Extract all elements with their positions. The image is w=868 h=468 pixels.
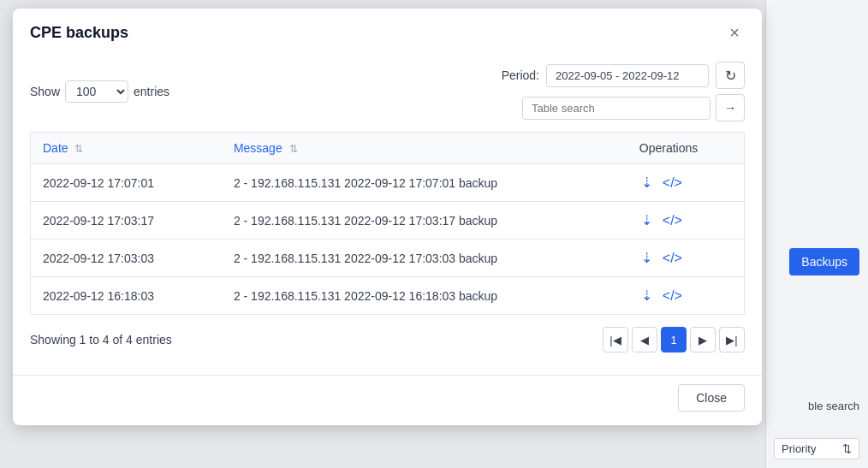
export-button[interactable]: → bbox=[716, 94, 745, 121]
cell-operations: ⇣</> bbox=[627, 164, 745, 202]
download-button[interactable]: ⇣ bbox=[639, 286, 654, 305]
code-button[interactable]: </> bbox=[661, 211, 684, 230]
modal-header: CPE backups × bbox=[13, 9, 762, 53]
cell-date: 2022-09-12 17:03:03 bbox=[31, 240, 222, 277]
entries-label: entries bbox=[134, 85, 169, 98]
background-panel: Backups ble search Priority ⇅ bbox=[765, 0, 868, 468]
bg-priority-label: Priority ⇅ bbox=[774, 438, 859, 459]
period-input[interactable] bbox=[546, 64, 709, 87]
cell-message: 2 - 192.168.115.131 2022-09-12 17:03:03 … bbox=[222, 240, 627, 277]
col-operations: Operations bbox=[627, 133, 745, 164]
cell-operations: ⇣</> bbox=[627, 202, 745, 240]
ops-cell: ⇣</> bbox=[639, 286, 732, 305]
last-page-button[interactable]: ▶| bbox=[719, 327, 745, 352]
date-sort-icon: ⇅ bbox=[74, 143, 83, 155]
backups-table: Date ⇅ Message ⇅ Operations 2022-09-12 1… bbox=[30, 132, 745, 315]
period-label: Period: bbox=[502, 68, 539, 82]
top-right-controls: Period: ↻ → bbox=[502, 62, 745, 121]
cell-operations: ⇣</> bbox=[627, 240, 745, 277]
modal-footer: Close bbox=[13, 375, 762, 425]
backups-button[interactable]: Backups bbox=[789, 248, 859, 275]
table-row: 2022-09-12 17:03:172 - 192.168.115.131 2… bbox=[31, 202, 745, 240]
cell-message: 2 - 192.168.115.131 2022-09-12 16:18:03 … bbox=[222, 277, 627, 315]
message-sort-icon: ⇅ bbox=[289, 143, 298, 155]
ops-cell: ⇣</> bbox=[639, 248, 732, 268]
ops-cell: ⇣</> bbox=[639, 173, 732, 193]
cell-message: 2 - 192.168.115.131 2022-09-12 17:07:01 … bbox=[222, 164, 627, 202]
cell-date: 2022-09-12 17:03:17 bbox=[31, 202, 222, 240]
refresh-button[interactable]: ↻ bbox=[716, 62, 745, 89]
close-button[interactable]: Close bbox=[678, 384, 745, 412]
col-message[interactable]: Message ⇅ bbox=[222, 133, 627, 164]
pagination-info: Showing 1 to 4 of 4 entries bbox=[30, 333, 172, 347]
pagination-controls: |◀ ◀ 1 ▶ ▶| bbox=[603, 327, 745, 352]
bg-table-search-label: ble search bbox=[808, 400, 859, 412]
modal-close-button[interactable]: × bbox=[724, 22, 745, 43]
first-page-button[interactable]: |◀ bbox=[603, 327, 628, 352]
modal-body: Show 100 25 50 entries Period: ↻ → bbox=[13, 53, 762, 366]
show-label: Show bbox=[30, 85, 60, 98]
download-button[interactable]: ⇣ bbox=[639, 248, 654, 268]
download-button[interactable]: ⇣ bbox=[639, 210, 654, 230]
cell-operations: ⇣</> bbox=[627, 277, 745, 315]
code-button[interactable]: </> bbox=[661, 174, 684, 193]
table-row: 2022-09-12 17:03:032 - 192.168.115.131 2… bbox=[31, 240, 745, 277]
table-header-row: Date ⇅ Message ⇅ Operations bbox=[31, 133, 745, 164]
controls-row: Show 100 25 50 entries Period: ↻ → bbox=[30, 62, 745, 121]
cell-message: 2 - 192.168.115.131 2022-09-12 17:03:17 … bbox=[222, 202, 627, 240]
download-button[interactable]: ⇣ bbox=[639, 173, 654, 193]
modal-title: CPE backups bbox=[30, 24, 128, 42]
page-1-button[interactable]: 1 bbox=[661, 327, 687, 352]
prev-page-button[interactable]: ◀ bbox=[632, 327, 657, 352]
cell-date: 2022-09-12 17:07:01 bbox=[31, 164, 222, 202]
show-entries-control: Show 100 25 50 entries bbox=[30, 80, 169, 103]
ops-cell: ⇣</> bbox=[639, 210, 732, 230]
pagination-row: Showing 1 to 4 of 4 entries |◀ ◀ 1 ▶ ▶| bbox=[30, 327, 745, 352]
entries-select[interactable]: 100 25 50 bbox=[65, 80, 128, 103]
col-date[interactable]: Date ⇅ bbox=[31, 133, 222, 164]
code-button[interactable]: </> bbox=[661, 287, 684, 305]
cell-date: 2022-09-12 16:18:03 bbox=[31, 277, 222, 315]
code-button[interactable]: </> bbox=[661, 249, 684, 268]
search-input[interactable] bbox=[522, 97, 710, 120]
modal-dialog: CPE backups × Show 100 25 50 entries Per… bbox=[13, 9, 762, 425]
next-page-button[interactable]: ▶ bbox=[690, 327, 716, 352]
table-row: 2022-09-12 16:18:032 - 192.168.115.131 2… bbox=[31, 277, 745, 315]
table-row: 2022-09-12 17:07:012 - 192.168.115.131 2… bbox=[31, 164, 745, 202]
